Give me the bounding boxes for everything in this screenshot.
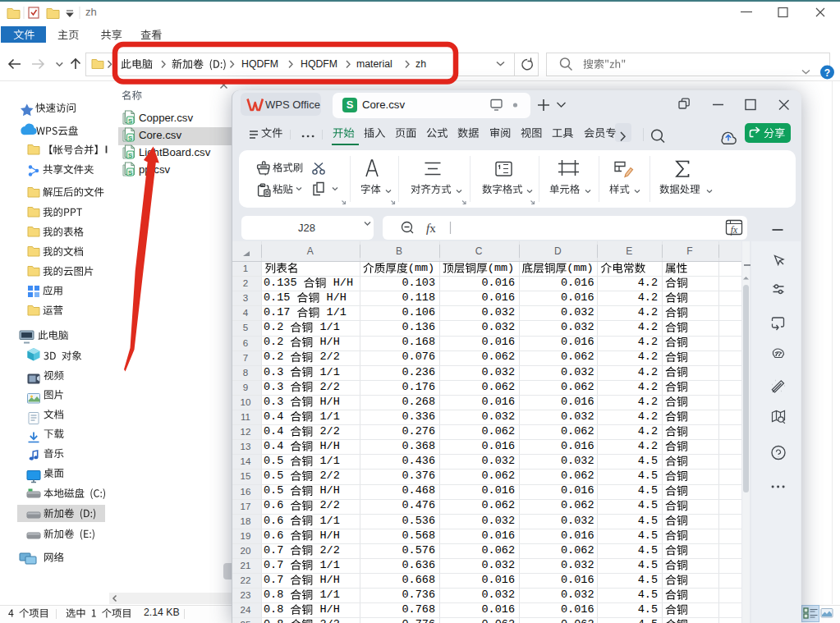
svg-text:S: S — [128, 152, 133, 159]
svg-text:S: S — [128, 169, 133, 176]
svg-text:S: S — [128, 117, 133, 125]
